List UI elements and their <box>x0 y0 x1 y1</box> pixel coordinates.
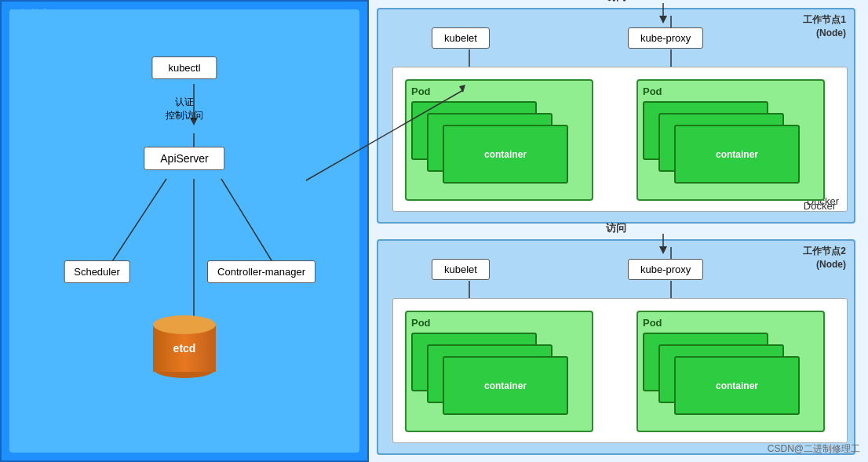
node2-pod2: Pod container <box>636 311 825 432</box>
right-panel: 工作节点1 (Node) 访问 ku <box>369 0 868 462</box>
node2-kubelet-box: kubelet <box>432 259 490 280</box>
watermark: CSDN@二进制修理工 <box>768 442 860 456</box>
node2-panel: 工作节点2 (Node) 访问 ku <box>377 239 855 455</box>
node1-panel: 工作节点1 (Node) 访问 ku <box>377 8 855 224</box>
node2-kubeproxy-box: kube-proxy <box>628 259 703 280</box>
node2-pod1-container3: container <box>443 356 568 415</box>
auth-label: 认证 控制访问 <box>166 96 203 122</box>
node1-kubeproxy-box: kube-proxy <box>628 27 703 49</box>
node1-pod2-container-text: container <box>716 149 758 160</box>
main-container: 控制节点 (Master) <box>0 0 868 462</box>
node2-pod1-container-text: container <box>484 380 527 391</box>
node1-docker-label-outside: Docker <box>804 200 836 212</box>
node2-pod1: Pod container <box>405 311 593 432</box>
node1-pod1-container-text: container <box>484 149 527 160</box>
node1-pod1: Pod container <box>405 79 593 201</box>
scheduler-box: Scheduler <box>64 260 130 283</box>
node2-pod2-label: Pod <box>643 317 819 329</box>
etcd-top <box>153 315 216 334</box>
node1-pod1-label: Pod <box>411 85 587 97</box>
node2-pod1-stack: container <box>411 333 587 419</box>
node2-pod2-container3: container <box>674 356 800 415</box>
kubectl-box: kubectl <box>151 56 217 79</box>
apiserver-box: ApiServer <box>144 147 224 170</box>
node1-access-label: 访问 <box>606 0 626 4</box>
node2-docker-area: Pod container Pod <box>392 298 848 443</box>
node2-access-label: 访问 <box>606 221 626 235</box>
node1-pod2: Pod container <box>636 79 825 201</box>
node2-inner: kubelet kube-proxy Pod co <box>385 247 848 447</box>
etcd-cylinder: etcd <box>153 315 216 378</box>
node2-pod2-container-text: container <box>716 380 758 391</box>
master-panel: 控制节点 (Master) <box>0 0 369 462</box>
node1-pod1-stack: container <box>411 101 587 187</box>
master-inner: kubectl 认证 控制访问 ApiServer Scheduler Cont… <box>9 9 359 453</box>
etcd-text: etcd <box>173 342 196 355</box>
node1-pod2-label: Pod <box>643 85 819 97</box>
node1-pod2-stack: container <box>643 101 819 187</box>
node1-docker-area: Docker Pod container <box>392 67 848 212</box>
node1-kubelet-box: kubelet <box>432 27 490 49</box>
controller-box: Controller-manager <box>207 260 315 283</box>
node1-pod2-container3: container <box>674 125 800 184</box>
node2-pod1-label: Pod <box>411 317 587 329</box>
node1-pod1-container3: container <box>443 125 568 184</box>
etcd-container: etcd <box>153 315 216 378</box>
node1-inner: kubelet kube-proxy Docker Pod <box>385 16 848 216</box>
node2-pod2-stack: container <box>643 333 819 419</box>
